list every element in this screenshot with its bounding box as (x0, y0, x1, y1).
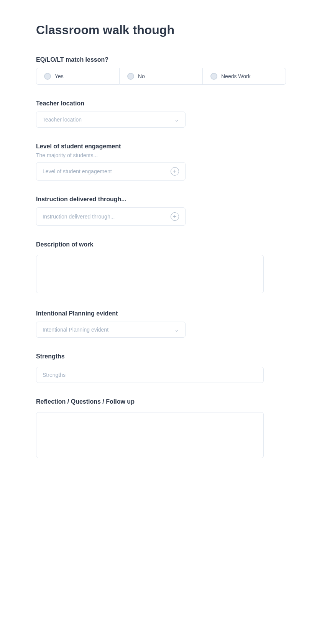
page-container: Classroom walk though EQ/LO/LT match les… (0, 0, 322, 506)
intentional-planning-dropdown[interactable]: Intentional Planning evident ⌄ (36, 322, 186, 338)
eq-lo-lt-radio-group: Yes No Needs Work (36, 68, 286, 85)
add-instruction-icon[interactable]: + (171, 212, 179, 221)
radio-circle-needs-work (210, 73, 217, 80)
radio-circle-yes (44, 73, 51, 80)
radio-label-needs-work: Needs Work (221, 73, 251, 79)
strengths-label: Strengths (36, 353, 286, 360)
eq-lo-lt-label: EQ/LO/LT match lesson? (36, 56, 286, 63)
student-engagement-field[interactable]: Level of student engagement + (36, 162, 186, 181)
chevron-down-icon-2: ⌄ (174, 327, 179, 333)
radio-option-needs-work[interactable]: Needs Work (203, 68, 286, 85)
intentional-planning-section: Intentional Planning evident Intentional… (36, 310, 286, 338)
student-engagement-placeholder: Level of student engagement (43, 168, 112, 174)
instruction-delivered-label: Instruction delivered through... (36, 196, 286, 203)
add-engagement-icon[interactable]: + (171, 167, 179, 176)
instruction-delivered-field[interactable]: Instruction delivered through... + (36, 207, 186, 226)
radio-option-no[interactable]: No (120, 68, 203, 85)
teacher-location-label: Teacher location (36, 100, 286, 107)
reflection-label: Reflection / Questions / Follow up (36, 398, 286, 405)
description-of-work-label: Description of work (36, 241, 286, 248)
student-engagement-label: Level of student engagement (36, 143, 286, 150)
student-engagement-section: Level of student engagement The majority… (36, 143, 286, 181)
instruction-delivered-section: Instruction delivered through... Instruc… (36, 196, 286, 226)
strengths-input[interactable] (36, 367, 264, 383)
reflection-textarea[interactable] (36, 412, 264, 458)
reflection-section: Reflection / Questions / Follow up (36, 398, 286, 460)
page-title: Classroom walk though (36, 23, 286, 37)
chevron-down-icon: ⌄ (174, 117, 179, 123)
intentional-planning-placeholder: Intentional Planning evident (43, 327, 108, 333)
strengths-section: Strengths (36, 353, 286, 383)
intentional-planning-label: Intentional Planning evident (36, 310, 286, 317)
student-engagement-sublabel: The majority of students... (36, 152, 286, 158)
teacher-location-placeholder: Teacher location (43, 117, 82, 123)
radio-label-no: No (138, 73, 145, 79)
teacher-location-dropdown[interactable]: Teacher location ⌄ (36, 112, 186, 128)
radio-label-yes: Yes (55, 73, 64, 79)
teacher-location-section: Teacher location Teacher location ⌄ (36, 100, 286, 128)
instruction-delivered-placeholder: Instruction delivered through... (43, 214, 115, 220)
eq-lo-lt-section: EQ/LO/LT match lesson? Yes No Needs Work (36, 56, 286, 85)
radio-circle-no (127, 73, 134, 80)
description-of-work-textarea[interactable] (36, 255, 264, 293)
radio-option-yes[interactable]: Yes (36, 68, 120, 85)
description-of-work-section: Description of work (36, 241, 286, 295)
